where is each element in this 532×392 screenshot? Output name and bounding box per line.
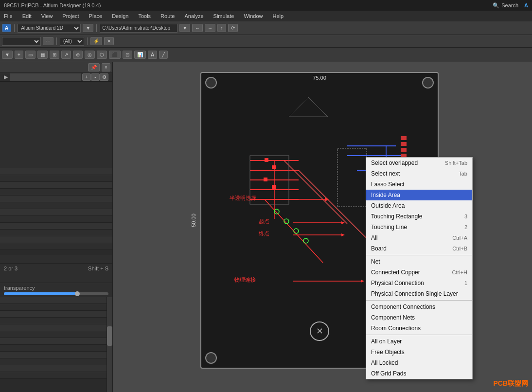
ctx-component-nets[interactable]: Component Nets xyxy=(366,312,472,323)
stripe xyxy=(0,223,112,230)
location-btn[interactable]: ◎ xyxy=(85,51,95,59)
ctx-net[interactable]: Net xyxy=(366,256,472,267)
ctx-physical-connection[interactable]: Physical Connection 1 xyxy=(366,278,472,288)
panel-add-btn[interactable]: + xyxy=(82,73,91,81)
menu-tools[interactable]: Tools xyxy=(136,12,153,20)
ctx-label: Component Connections xyxy=(371,303,467,310)
text-A-btn[interactable]: A xyxy=(148,51,157,59)
menu-help[interactable]: Help xyxy=(271,12,286,20)
menu-view[interactable]: View xyxy=(39,12,55,20)
panel-list-item[interactable]: ▶ + - ⚙ xyxy=(0,73,112,82)
left-panel-list-area[interactable] xyxy=(0,168,112,255)
ctx-label: Connected Copper xyxy=(371,269,452,276)
annotation-end-point: 终点 xyxy=(259,230,269,237)
stripe xyxy=(0,372,106,379)
ctx-touching-rectangle[interactable]: Touching Rectangle 3 xyxy=(366,211,472,222)
ctx-off-grid-pads[interactable]: Off Grid Pads xyxy=(366,368,472,379)
side-scrollbar[interactable] xyxy=(106,297,112,392)
filter-btn[interactable]: ⚡ xyxy=(90,37,102,45)
stripe xyxy=(0,216,112,223)
package-btn[interactable]: ⬡ xyxy=(97,51,107,59)
check-rect-btn[interactable]: ⊡ xyxy=(123,51,132,59)
ctx-label: Component Nets xyxy=(371,314,467,321)
layer-select[interactable]: (All) xyxy=(60,37,84,46)
context-menu: Select overlapped Shift+Tab Select next … xyxy=(366,157,473,379)
stripe xyxy=(0,182,112,189)
panel-pin-btn[interactable]: 📌 xyxy=(88,63,100,71)
menu-simulate[interactable]: Simulate xyxy=(212,12,236,20)
clear-btn[interactable]: ✕ xyxy=(104,37,114,45)
slider-thumb[interactable] xyxy=(75,291,80,296)
search-label[interactable]: Search xyxy=(501,2,518,8)
layer-select-left[interactable] xyxy=(2,37,41,46)
path-input[interactable] xyxy=(100,24,177,33)
ctx-shortcut: Ctrl+H xyxy=(452,269,467,275)
ctx-label: Lasso Select xyxy=(371,181,467,188)
panel-settings-btn[interactable]: ⚙ xyxy=(100,73,108,81)
menu-analyze[interactable]: Analyze xyxy=(182,12,205,20)
ctx-all-locked[interactable]: All Locked xyxy=(366,357,472,368)
add-icon-btn[interactable]: + xyxy=(15,51,23,59)
stripe xyxy=(0,338,106,345)
ctx-inside-area[interactable]: Inside Area xyxy=(366,190,472,200)
panel-close-btn[interactable]: × xyxy=(102,63,110,71)
ctx-label: All xyxy=(371,234,452,241)
filter-dropdown[interactable] xyxy=(10,73,81,81)
menu-edit[interactable]: Edit xyxy=(20,12,34,20)
nav-forward[interactable]: → xyxy=(205,24,215,32)
menu-project[interactable]: Project xyxy=(60,12,81,20)
ctx-label: Board xyxy=(371,245,452,252)
grid-icon-btn[interactable]: ⊞ xyxy=(50,51,59,59)
dot-menu[interactable]: ⋯ xyxy=(43,37,53,45)
ctx-room-connections[interactable]: Room Connections xyxy=(366,323,472,334)
svg-marker-39 xyxy=(341,233,345,236)
profile-select[interactable]: Altium Standard 2D xyxy=(18,24,81,33)
scrollbar-thumb[interactable] xyxy=(107,326,112,346)
ctx-select-next[interactable]: Select next Tab xyxy=(366,168,472,179)
menu-file[interactable]: File xyxy=(2,12,15,20)
annotation-transparent-select: 半透明选择 xyxy=(230,195,256,202)
profile-arrow[interactable]: ▼ xyxy=(83,24,93,32)
menu-window[interactable]: Window xyxy=(242,12,265,20)
add-circle-btn[interactable]: ⊕ xyxy=(73,51,83,59)
cursor-icon-btn[interactable]: ↗ xyxy=(61,51,71,59)
ctx-label: Select overlapped xyxy=(371,160,445,166)
stripe xyxy=(0,297,106,304)
ctx-shortcut: Shift+Tab xyxy=(445,160,467,166)
footer-row: 2 or 3 Shift + S xyxy=(4,266,108,271)
ctx-component-connections[interactable]: Component Connections xyxy=(366,302,472,312)
nav-up[interactable]: ↑ xyxy=(217,24,226,32)
altium-logo-btn[interactable]: A xyxy=(2,24,11,32)
canvas-area[interactable]: 75.00 50.00 xyxy=(113,62,532,392)
menu-place[interactable]: Place xyxy=(87,12,105,20)
ctx-label: Physical Connection Single Layer xyxy=(371,290,467,297)
path-arrow[interactable]: ▼ xyxy=(179,24,190,32)
line-btn[interactable]: ╱ xyxy=(159,51,168,59)
ctx-outside-area[interactable]: Outside Area xyxy=(366,200,472,211)
ctx-select-overlapped[interactable]: Select overlapped Shift+Tab xyxy=(366,158,472,168)
filter-icon-btn[interactable]: ▼ xyxy=(2,51,13,59)
panel-remove-btn[interactable]: - xyxy=(91,73,100,81)
menu-design[interactable]: Design xyxy=(110,12,130,20)
ctx-lasso-select[interactable]: Lasso Select xyxy=(366,179,472,190)
bar-icon-btn[interactable]: ▦ xyxy=(37,51,48,59)
stripe xyxy=(0,345,106,352)
rect-icon-btn[interactable]: ▭ xyxy=(25,51,35,59)
ctx-all[interactable]: All Ctrl+A xyxy=(366,232,472,243)
stop-btn[interactable]: ⬛ xyxy=(109,51,121,59)
chart-btn[interactable]: 📊 xyxy=(134,51,146,59)
stripe xyxy=(0,230,112,236)
ctx-touching-line[interactable]: Touching Line 2 xyxy=(366,222,472,232)
ctx-free-objects[interactable]: Free Objects xyxy=(366,347,472,357)
nav-back[interactable]: ← xyxy=(192,24,203,32)
menu-route[interactable]: Route xyxy=(159,12,177,20)
ctx-all-on-layer[interactable]: All on Layer xyxy=(366,336,472,347)
ctx-connected-copper[interactable]: Connected Copper Ctrl+H xyxy=(366,267,472,278)
refresh-btn[interactable]: ⟳ xyxy=(228,24,238,32)
ctx-physical-connection-single[interactable]: Physical Connection Single Layer xyxy=(366,288,472,299)
ctx-shortcut: 3 xyxy=(464,214,467,219)
stripe xyxy=(0,189,112,196)
panel-list[interactable]: ▶ + - ⚙ xyxy=(0,73,112,168)
transparency-slider[interactable] xyxy=(4,292,108,295)
ctx-board[interactable]: Board Ctrl+B xyxy=(366,243,472,254)
